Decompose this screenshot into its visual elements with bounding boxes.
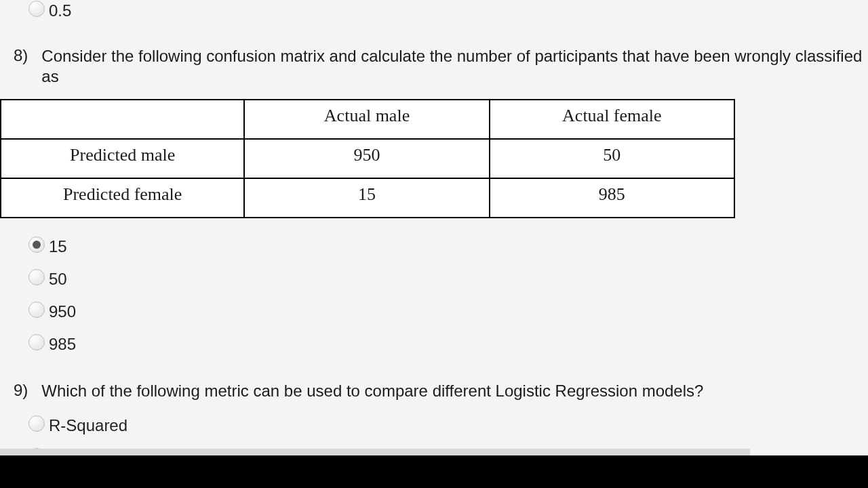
q9-option-r-squared[interactable]: R-Squared <box>0 416 868 435</box>
option-label: 0.5 <box>49 1 71 20</box>
option-label: 50 <box>49 270 67 289</box>
question-number: 8) <box>14 46 28 65</box>
radio-icon[interactable] <box>28 334 45 350</box>
question-text: Consider the following confusion matrix … <box>41 46 868 87</box>
table-header-row: Actual male Actual female <box>1 100 734 139</box>
cell-predicted-male-actual-female: 50 <box>490 139 734 178</box>
option-label: R-Squared <box>49 416 127 435</box>
table-corner-cell <box>1 100 244 139</box>
option-label: 985 <box>49 335 76 354</box>
radio-icon[interactable] <box>28 415 45 432</box>
horizontal-scrollbar[interactable] <box>0 449 750 455</box>
q8-option-985[interactable]: 985 <box>0 335 868 354</box>
cell-predicted-male-actual-male: 950 <box>244 139 489 178</box>
table-row: Predicted male 950 50 <box>1 139 734 178</box>
question-9: 9) Which of the following metric can be … <box>0 381 868 401</box>
question-number: 9) <box>14 381 28 400</box>
cell-predicted-female-actual-male: 15 <box>244 178 489 218</box>
radio-icon[interactable] <box>28 237 45 253</box>
question-text: Which of the following metric can be use… <box>41 381 703 401</box>
bottom-bar <box>0 455 868 488</box>
q8-option-15[interactable]: 15 <box>0 237 868 256</box>
quiz-content: 0.5 8) Consider the following confusion … <box>0 1 868 468</box>
row-header-predicted-male: Predicted male <box>1 139 244 178</box>
row-header-predicted-female: Predicted female <box>1 178 244 218</box>
option-label: 950 <box>49 302 76 321</box>
radio-icon[interactable] <box>28 1 45 17</box>
q8-option-50[interactable]: 50 <box>0 270 868 289</box>
confusion-matrix-table: Actual male Actual female Predicted male… <box>0 99 735 218</box>
option-label: 15 <box>49 237 67 256</box>
col-header-actual-female: Actual female <box>490 100 734 139</box>
question-8: 8) Consider the following confusion matr… <box>0 46 868 87</box>
radio-icon[interactable] <box>28 302 45 318</box>
prev-question-option[interactable]: 0.5 <box>0 1 868 20</box>
q8-options: 15 50 950 985 <box>0 237 868 354</box>
q8-option-950[interactable]: 950 <box>0 302 868 321</box>
cell-predicted-female-actual-female: 985 <box>490 178 734 218</box>
table-row: Predicted female 15 985 <box>1 178 734 218</box>
radio-icon[interactable] <box>28 269 45 285</box>
col-header-actual-male: Actual male <box>244 100 489 139</box>
